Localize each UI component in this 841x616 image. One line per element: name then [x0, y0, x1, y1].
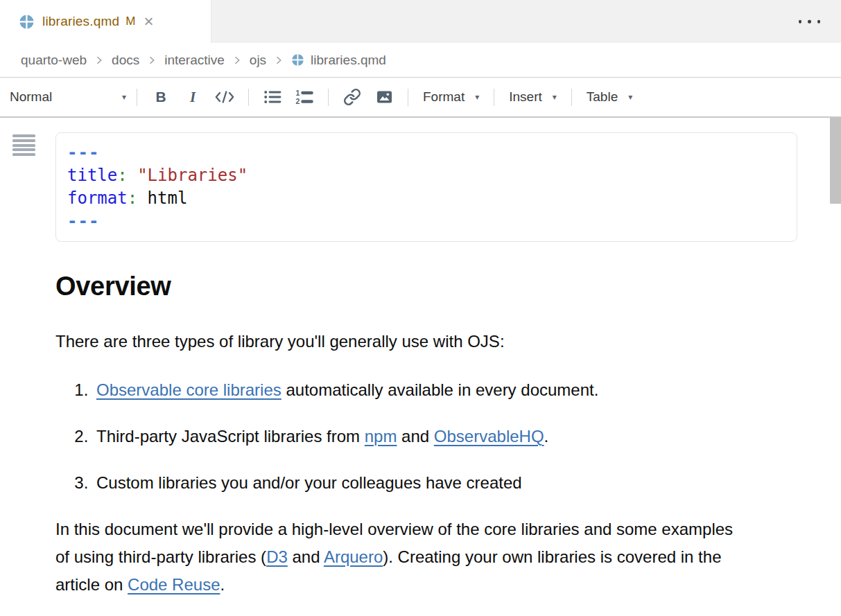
bold-icon: B — [155, 89, 166, 105]
yaml-token-plain: html — [148, 188, 188, 208]
breadcrumb-item-docs[interactable]: docs — [112, 53, 139, 68]
text-segment: and — [288, 547, 324, 566]
text-segment: Third-party JavaScript libraries from — [96, 427, 365, 446]
yaml-token-punct: : — [128, 188, 148, 208]
yaml-token-key: format — [67, 188, 128, 208]
drag-handle-bar — [12, 148, 35, 151]
closing-paragraph: In this document we'll provide a high-le… — [55, 516, 738, 599]
toolbar-separator — [137, 89, 137, 106]
doc-link[interactable]: ObservableHQ — [434, 427, 544, 446]
ellipsis-dot — [808, 20, 811, 24]
chevron-right-icon — [94, 55, 105, 66]
editor-tab-libraries-qmd[interactable]: libraries.qmd M × — [0, 0, 211, 43]
more-actions-icon[interactable] — [797, 16, 822, 28]
drag-handle-bar — [12, 139, 35, 142]
drag-handle-bar — [12, 153, 35, 156]
style-select-value: Normal — [10, 89, 52, 105]
toolbar-separator — [494, 89, 494, 106]
toolbar-separator — [408, 89, 408, 106]
svg-text:1: 1 — [296, 89, 300, 97]
modified-badge: M — [125, 15, 135, 28]
image-icon — [375, 89, 394, 105]
link-button[interactable] — [336, 83, 368, 111]
document-body[interactable]: ---title: "Libraries"format: html--- Ove… — [0, 118, 841, 599]
bullet-list-button[interactable] — [257, 83, 288, 111]
breadcrumb-item-libraries-qmd[interactable]: libraries.qmd — [291, 53, 386, 68]
scrollbar-thumb[interactable] — [830, 118, 841, 204]
yaml-token-meta: --- — [67, 211, 99, 231]
chevron-right-icon — [146, 55, 157, 66]
toolbar-separator — [248, 89, 249, 106]
yaml-code-line: format: html — [67, 187, 786, 210]
breadcrumb-item-quarto-web[interactable]: quarto-web — [21, 53, 87, 68]
formatting-toolbar: Normal ▾ B I 1 2 — [0, 78, 841, 118]
breadcrumb-file-label: libraries.qmd — [311, 53, 386, 68]
intro-paragraph: There are three types of library you'll … — [55, 328, 738, 355]
quarto-icon — [19, 14, 35, 30]
doc-link[interactable]: Observable core libraries — [96, 380, 281, 399]
yaml-token-string: "Libraries" — [137, 166, 248, 185]
breadcrumb: quarto-web docs interactive ojs librarie… — [0, 43, 841, 78]
list-item: Custom libraries you and/or your colleag… — [93, 469, 738, 497]
yaml-token-punct: : — [117, 166, 137, 185]
paragraph-style-select[interactable]: Normal ▾ — [10, 89, 129, 105]
doc-link[interactable]: npm — [365, 427, 397, 446]
insert-menu[interactable]: Insert ▾ — [502, 89, 564, 105]
drag-handle-bar — [12, 134, 35, 137]
text-segment: . — [220, 575, 225, 594]
bullet-list-icon — [263, 89, 281, 105]
bold-button[interactable]: B — [145, 83, 177, 111]
text-segment: . — [544, 427, 549, 446]
chevron-down-icon: ▾ — [475, 92, 479, 102]
list-item: Third-party JavaScript libraries from np… — [93, 423, 738, 450]
tab-bar: libraries.qmd M × — [0, 0, 841, 43]
toolbar-separator — [571, 89, 572, 106]
table-menu[interactable]: Table ▾ — [580, 89, 639, 105]
format-menu-label: Format — [423, 89, 465, 105]
chevron-down-icon: ▾ — [628, 92, 632, 102]
editor-content-area[interactable]: ---title: "Libraries"format: html--- Ove… — [0, 118, 841, 615]
code-icon — [214, 89, 235, 105]
text-segment: Custom libraries you and/or your colleag… — [96, 473, 522, 492]
tab-title: libraries.qmd — [42, 14, 119, 29]
breadcrumb-item-ojs[interactable]: ojs — [250, 53, 266, 68]
code-button[interactable] — [209, 83, 241, 111]
link-icon — [343, 88, 361, 106]
yaml-front-matter-block[interactable]: ---title: "Libraries"format: html--- — [55, 132, 797, 242]
chevron-right-icon — [273, 55, 284, 66]
numbered-list-button[interactable]: 1 2 — [288, 83, 320, 111]
toolbar-separator — [328, 89, 329, 106]
yaml-token-key: title — [67, 166, 117, 185]
svg-text:2: 2 — [296, 97, 300, 105]
list-item: Observable core libraries automatically … — [93, 376, 738, 404]
library-types-list: Observable core libraries automatically … — [55, 376, 738, 497]
text-segment: automatically available in every documen… — [281, 380, 599, 399]
drag-handle-bar — [12, 144, 35, 147]
numbered-list-icon: 1 2 — [295, 89, 313, 105]
yaml-code-line: --- — [67, 141, 786, 164]
format-menu[interactable]: Format ▾ — [416, 89, 486, 105]
doc-link[interactable]: Arquero — [324, 547, 383, 566]
ellipsis-dot — [817, 20, 821, 24]
ellipsis-dot — [799, 20, 802, 24]
chevron-down-icon: ▾ — [553, 92, 557, 102]
yaml-code-line: title: "Libraries" — [67, 164, 786, 187]
block-drag-handle-icon[interactable] — [12, 134, 35, 158]
doc-link[interactable]: D3 — [266, 547, 288, 566]
quarto-icon — [291, 53, 304, 67]
chevron-down-icon: ▾ — [122, 92, 126, 102]
italic-button[interactable]: I — [177, 83, 209, 111]
close-icon[interactable]: × — [144, 15, 154, 28]
yaml-code-line: --- — [67, 210, 786, 233]
breadcrumb-item-interactive[interactable]: interactive — [164, 53, 225, 68]
chevron-right-icon — [232, 55, 243, 66]
yaml-token-meta: --- — [67, 143, 99, 162]
image-button[interactable] — [368, 83, 400, 111]
text-segment: and — [397, 427, 433, 446]
italic-icon: I — [190, 89, 196, 106]
table-menu-label: Table — [587, 89, 618, 105]
heading-overview: Overview — [55, 271, 841, 301]
doc-link[interactable]: Code Reuse — [128, 575, 220, 594]
insert-menu-label: Insert — [509, 89, 542, 105]
